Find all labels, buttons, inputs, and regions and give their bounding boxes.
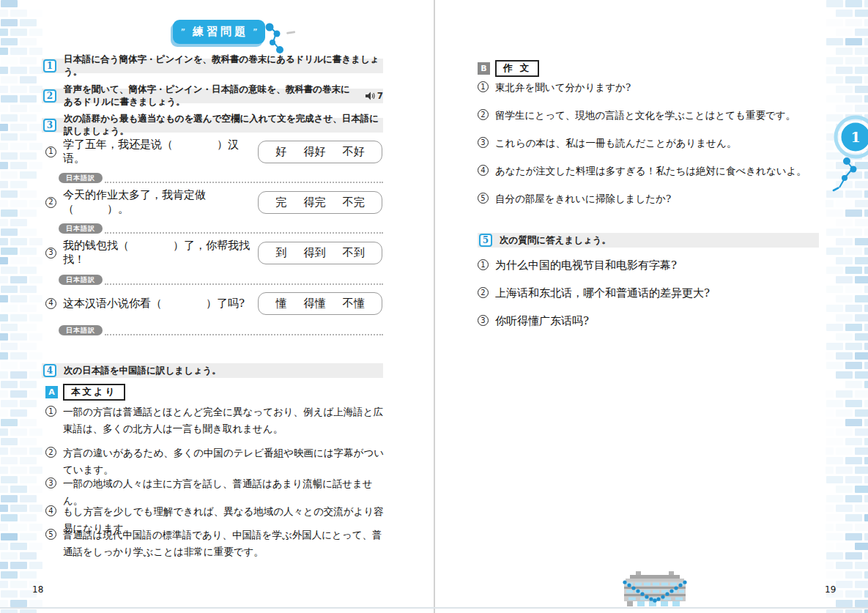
brick	[1, 38, 18, 45]
brick	[29, 447, 42, 455]
brick	[826, 562, 834, 569]
option: 得懂	[304, 297, 326, 311]
exercise-4-title: 次の日本語を中国語に訳しましょう。	[64, 365, 221, 377]
item-number: 2	[478, 109, 489, 120]
brick	[10, 562, 27, 569]
exercise-4-header: 4 次の日本語を中国語に訳しましょう。	[42, 363, 383, 378]
brick	[845, 76, 862, 83]
brick	[864, 95, 868, 103]
brick	[1, 609, 18, 613]
brick	[10, 447, 27, 455]
brick	[1, 343, 18, 350]
brick	[845, 438, 862, 445]
item-number: 1	[45, 406, 56, 417]
brick	[845, 343, 862, 350]
brick	[0, 486, 8, 493]
brick	[29, 352, 42, 360]
item-number: 2	[478, 287, 489, 298]
brick	[845, 590, 862, 598]
brick	[29, 143, 42, 150]
brick	[836, 409, 853, 417]
brick	[845, 609, 862, 613]
item-text: 自分の部屋をきれいに掃除しましたか?	[495, 190, 819, 207]
brick	[1, 95, 18, 103]
brick	[845, 229, 862, 236]
question-row: 3 我的钱包找（ ）了，你帮我找找！	[45, 242, 254, 264]
brick	[1, 209, 18, 217]
brick	[20, 171, 37, 179]
brick	[845, 533, 862, 540]
brick	[836, 295, 853, 302]
brick	[10, 524, 27, 531]
brick	[826, 505, 834, 512]
item-number: 4	[478, 165, 489, 176]
brick	[826, 343, 843, 350]
brick	[855, 409, 868, 417]
brick	[836, 352, 853, 360]
brick	[20, 305, 37, 312]
brick	[29, 162, 42, 169]
brick	[864, 514, 868, 521]
brick	[855, 10, 868, 17]
brick	[20, 552, 37, 560]
brick	[864, 552, 868, 560]
quote-decoration-icon: ”	[180, 28, 185, 36]
exercise-4-number-badge: 4	[43, 364, 56, 377]
page-divider	[434, 0, 435, 613]
brick	[836, 524, 853, 531]
brick	[826, 419, 843, 426]
option-box: 懂 得懂 不懂	[258, 292, 382, 315]
option: 不懂	[343, 297, 365, 311]
brick	[845, 248, 862, 255]
brick	[845, 0, 862, 7]
brick	[836, 486, 853, 493]
brick	[864, 590, 868, 598]
brick	[864, 305, 868, 312]
brick	[826, 362, 843, 369]
list-item: 1 東北弁を聞いて分かりますか?	[478, 79, 819, 96]
brick	[1, 457, 18, 464]
exercise-3-title: 次の語群から最も適当なものを選んで空欄に入れて文を完成させ、日本語に訳しましょう…	[64, 113, 383, 138]
option: 懂	[275, 297, 286, 311]
brick	[20, 343, 37, 350]
item-text: あなたが注文した料理は多すぎる！私たちは絶対に食べきれないよ。	[495, 163, 819, 179]
exercise-3-header: 3 次の語群から最も適当なものを選んで空欄に入れて文を完成させ、日本語に訳しまし…	[42, 118, 383, 133]
brick	[1, 533, 18, 540]
brick	[826, 543, 834, 550]
brick	[826, 390, 834, 398]
brick	[826, 19, 843, 26]
brick	[20, 190, 37, 198]
brick	[864, 533, 868, 540]
brick	[836, 505, 853, 512]
brick	[826, 76, 843, 83]
brick	[29, 29, 42, 36]
brick	[855, 543, 868, 550]
list-item: 5 普通話は現代中国語の標準語であり、中国語を学ぶ外国人にとって、普通話をしっか…	[45, 527, 387, 560]
brick	[1, 305, 18, 312]
brick	[845, 552, 862, 560]
brick	[826, 495, 843, 502]
brick	[0, 428, 8, 436]
brick	[1, 362, 18, 369]
brick	[20, 514, 37, 521]
option-box: 到 得到 不到	[258, 242, 382, 264]
brick	[10, 390, 27, 398]
answer-dotted-line	[105, 275, 383, 285]
brick	[845, 57, 862, 64]
brick	[826, 438, 843, 445]
brick	[20, 114, 37, 122]
brick	[845, 571, 862, 579]
section-title-badge: ” 練習問題 ”	[173, 20, 265, 44]
brick	[29, 200, 42, 207]
brick	[826, 209, 843, 217]
brick	[20, 248, 37, 255]
brick	[0, 48, 8, 55]
brick	[855, 581, 868, 588]
brick	[845, 19, 862, 26]
brick	[1, 495, 18, 502]
brick	[29, 10, 42, 17]
brick	[864, 457, 868, 464]
brick	[10, 352, 27, 360]
brick	[29, 276, 42, 283]
option: 到	[275, 246, 286, 260]
